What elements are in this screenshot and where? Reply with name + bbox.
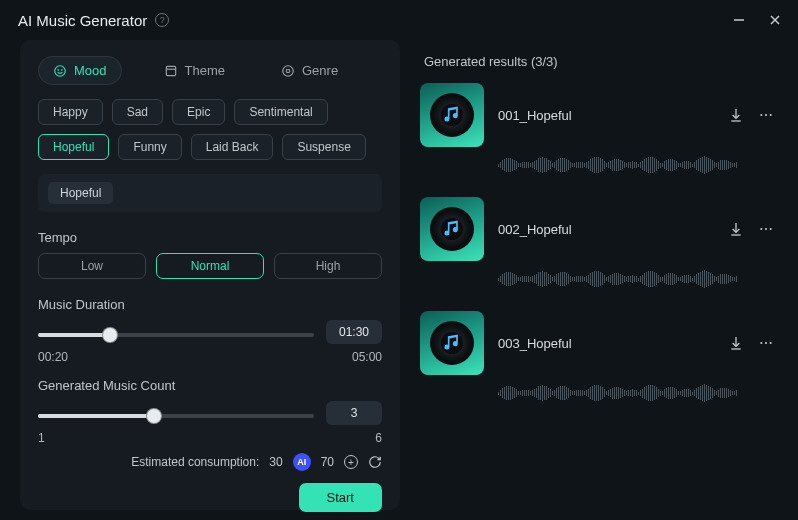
consumption-label: Estimated consumption: [131,455,259,469]
help-icon[interactable]: ? [155,13,169,27]
result-item: 003_Hopeful [420,311,774,405]
tempo-label: Tempo [38,230,382,245]
more-icon[interactable] [758,221,774,237]
waveform[interactable] [498,153,774,177]
music-note-icon [442,218,462,241]
mood-chip[interactable]: Funny [118,134,181,160]
tab-mood[interactable]: Mood [38,56,122,85]
tab-theme[interactable]: Theme [150,57,239,84]
svg-point-14 [770,228,772,230]
tab-label: Mood [74,63,107,78]
download-icon[interactable] [728,335,744,351]
svg-point-5 [61,69,62,70]
category-tabs: MoodThemeGenre [38,56,382,85]
svg-point-12 [760,228,762,230]
genre-icon [281,64,295,78]
result-thumbnail[interactable] [420,311,484,375]
result-name: 001_Hopeful [498,108,714,123]
result-thumbnail[interactable] [420,197,484,261]
mood-chip[interactable]: Sentimental [234,99,327,125]
more-icon[interactable] [758,107,774,123]
ai-badge-icon: AI [293,453,311,471]
tempo-options: LowNormalHigh [38,253,382,279]
count-slider[interactable] [38,408,314,418]
count-min: 1 [38,431,45,445]
selected-mood-pill[interactable]: Hopeful [48,182,113,204]
result-name: 002_Hopeful [498,222,714,237]
result-item: 001_Hopeful [420,83,774,177]
result-item: 002_Hopeful [420,197,774,291]
mood-chip[interactable]: Sad [112,99,163,125]
theme-icon [164,64,178,78]
count-value: 3 [326,401,382,425]
duration-label: Music Duration [38,297,382,312]
download-icon[interactable] [728,107,744,123]
mood-chip[interactable]: Hopeful [38,134,109,160]
music-note-icon [442,332,462,355]
download-icon[interactable] [728,221,744,237]
waveform[interactable] [498,381,774,405]
close-button[interactable] [768,13,782,27]
mood-chips: HappySadEpicSentimentalHopefulFunnyLaid … [38,99,382,160]
waveform[interactable] [498,267,774,291]
refresh-icon[interactable] [368,455,382,469]
svg-point-3 [55,65,66,76]
consumption-value: 30 [269,455,282,469]
duration-max: 05:00 [352,350,382,364]
mood-chip[interactable]: Happy [38,99,103,125]
svg-point-15 [760,342,762,344]
app-title: AI Music Generator [18,12,147,29]
svg-point-4 [58,69,59,70]
tempo-option[interactable]: High [274,253,382,279]
svg-point-7 [283,65,294,76]
balance-value: 70 [321,455,334,469]
tab-label: Genre [302,63,338,78]
results-panel: Generated results (3/3) 001_Hopeful002_H… [420,40,780,510]
svg-point-11 [770,114,772,116]
add-credits-button[interactable]: + [344,455,358,469]
tempo-option[interactable]: Normal [156,253,264,279]
svg-point-8 [286,69,290,73]
duration-value: 01:30 [326,320,382,344]
result-name: 003_Hopeful [498,336,714,351]
count-max: 6 [375,431,382,445]
svg-rect-6 [166,66,175,75]
count-label: Generated Music Count [38,378,382,393]
mood-chip[interactable]: Suspense [282,134,365,160]
results-title: Generated results (3/3) [424,54,774,69]
mood-icon [53,64,67,78]
minimize-button[interactable] [732,13,746,27]
tab-genre[interactable]: Genre [267,57,352,84]
music-note-icon [442,104,462,127]
duration-min: 00:20 [38,350,68,364]
duration-slider[interactable] [38,327,314,337]
result-thumbnail[interactable] [420,83,484,147]
titlebar: AI Music Generator ? [0,0,798,34]
svg-point-16 [765,342,767,344]
mood-chip[interactable]: Epic [172,99,225,125]
settings-panel: MoodThemeGenre HappySadEpicSentimentalHo… [20,40,400,510]
selected-mood-box: Hopeful [38,174,382,212]
mood-chip[interactable]: Laid Back [191,134,274,160]
svg-point-13 [765,228,767,230]
svg-point-10 [765,114,767,116]
svg-point-9 [760,114,762,116]
start-button[interactable]: Start [299,483,382,512]
more-icon[interactable] [758,335,774,351]
tempo-option[interactable]: Low [38,253,146,279]
tab-label: Theme [185,63,225,78]
svg-point-17 [770,342,772,344]
